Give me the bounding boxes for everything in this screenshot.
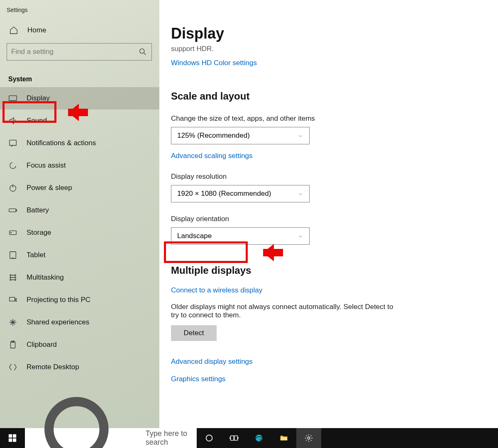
- sidebar-item-storage[interactable]: Storage: [0, 222, 159, 244]
- taskbar: Type here to search: [0, 428, 498, 448]
- sidebar-item-label: Notifications & actions: [27, 139, 96, 147]
- battery-icon: [8, 206, 17, 215]
- svg-rect-13: [13, 434, 16, 438]
- label-resolution: Display resolution: [171, 173, 481, 181]
- sidebar-item-label: Projecting to this PC: [27, 296, 90, 304]
- tablet-icon: [8, 251, 17, 260]
- svg-rect-9: [10, 297, 15, 301]
- svg-rect-2: [10, 140, 17, 146]
- taskbar-settings[interactable]: [296, 428, 321, 448]
- chevron-down-icon: [298, 133, 303, 139]
- taskbar-edge[interactable]: [247, 428, 271, 448]
- taskbar-file-explorer[interactable]: [271, 428, 296, 448]
- svg-rect-19: [234, 436, 237, 441]
- display-icon: [8, 94, 17, 103]
- taskbar-cortana[interactable]: [197, 428, 222, 448]
- cortana-icon: [205, 433, 214, 443]
- focus-assist-icon: [8, 161, 17, 170]
- sidebar-item-label: Focus assist: [27, 161, 66, 170]
- svg-rect-15: [13, 438, 16, 442]
- search-icon: [31, 383, 141, 448]
- sidebar-item-label: Multitasking: [27, 273, 64, 282]
- sidebar-item-label: Shared experiences: [27, 318, 89, 326]
- shared-icon: [8, 318, 17, 327]
- label-orientation: Display orientation: [171, 215, 481, 223]
- search-input[interactable]: [11, 48, 136, 56]
- dropdown-scale[interactable]: 125% (Recommended): [171, 127, 310, 144]
- taskbar-search-placeholder: Type here to search: [146, 429, 191, 447]
- search-icon: [138, 47, 147, 56]
- task-view-icon: [229, 433, 239, 443]
- sidebar-item-label: Clipboard: [27, 341, 57, 349]
- sidebar-home[interactable]: Home: [2, 22, 159, 39]
- gear-icon: [304, 433, 313, 443]
- settings-main: Display support HDR. Windows HD Color se…: [159, 0, 498, 428]
- svg-rect-4: [9, 209, 16, 212]
- detect-button[interactable]: Detect: [171, 325, 217, 341]
- svg-point-0: [140, 49, 144, 54]
- link-advanced-display-settings[interactable]: Advanced display settings: [171, 358, 481, 366]
- sidebar-item-label: Power & sleep: [27, 184, 72, 192]
- svg-rect-12: [9, 434, 12, 438]
- label-scale: Change the size of text, apps, and other…: [171, 114, 481, 123]
- annotation-arrow-display: [68, 104, 97, 121]
- sidebar-item-label: Display: [27, 94, 50, 102]
- taskbar-search[interactable]: Type here to search: [25, 428, 197, 448]
- sidebar-section-system: System: [0, 61, 159, 87]
- svg-rect-1: [9, 96, 17, 101]
- detect-description: Older displays might not always connect …: [171, 303, 395, 319]
- svg-rect-14: [9, 438, 12, 442]
- power-icon: [8, 183, 17, 192]
- sound-icon: [8, 116, 17, 125]
- sidebar-item-shared-experiences[interactable]: Shared experiences: [0, 311, 159, 334]
- windows-icon: [8, 433, 17, 443]
- sidebar-item-projecting[interactable]: Projecting to this PC: [0, 289, 159, 311]
- link-connect-wireless-display[interactable]: Connect to a wireless display: [171, 286, 262, 295]
- dropdown-orientation[interactable]: Landscape: [171, 227, 310, 245]
- sidebar-item-label: Storage: [27, 229, 51, 237]
- svg-point-17: [206, 435, 212, 441]
- dropdown-resolution-value: 1920 × 1080 (Recommended): [177, 190, 271, 198]
- sidebar-search-wrap: [0, 39, 159, 61]
- hdr-clipped-text: support HDR.: [171, 45, 481, 53]
- sidebar-item-label: Tablet: [27, 251, 45, 259]
- sidebar-item-clipboard[interactable]: Clipboard: [0, 334, 159, 356]
- link-hd-color-settings[interactable]: Windows HD Color settings: [171, 59, 257, 67]
- sidebar-item-label: Remote Desktop: [27, 363, 79, 371]
- sidebar-item-focus-assist[interactable]: Focus assist: [0, 154, 159, 177]
- link-graphics-settings[interactable]: Graphics settings: [171, 375, 481, 383]
- sidebar-item-multitasking[interactable]: Multitasking: [0, 266, 159, 289]
- svg-point-22: [308, 437, 310, 439]
- sidebar-search[interactable]: [7, 43, 152, 61]
- sidebar-item-power-sleep[interactable]: Power & sleep: [0, 177, 159, 199]
- sidebar-item-tablet[interactable]: Tablet: [0, 244, 159, 266]
- sidebar-item-remote-desktop[interactable]: Remote Desktop: [0, 356, 159, 378]
- sidebar-item-label: Sound: [27, 117, 47, 125]
- sidebar-item-label: Battery: [27, 206, 49, 214]
- dropdown-scale-value: 125% (Recommended): [177, 131, 250, 140]
- svg-rect-18: [231, 436, 234, 441]
- file-explorer-icon: [279, 433, 288, 443]
- heading-multiple-displays: Multiple displays: [171, 265, 481, 276]
- notifications-icon: [8, 139, 17, 148]
- settings-sidebar: Settings Home System Display: [0, 0, 159, 428]
- dropdown-resolution[interactable]: 1920 × 1080 (Recommended): [171, 185, 310, 202]
- projecting-icon: [8, 295, 17, 304]
- svg-rect-5: [16, 209, 17, 211]
- chevron-down-icon: [298, 233, 303, 239]
- clipboard-icon: [8, 340, 17, 349]
- storage-icon: [8, 228, 17, 237]
- annotation-arrow-multiple-displays: [263, 244, 292, 261]
- svg-point-16: [49, 402, 104, 448]
- taskbar-start-button[interactable]: [0, 428, 25, 448]
- svg-rect-21: [281, 437, 288, 440]
- chevron-down-icon: [298, 191, 303, 197]
- window-title: Settings: [0, 5, 159, 22]
- taskbar-task-view[interactable]: [222, 428, 247, 448]
- page-title: Display: [171, 25, 481, 42]
- link-advanced-scaling[interactable]: Advanced scaling settings: [171, 152, 253, 160]
- svg-point-7: [11, 232, 12, 233]
- sidebar-item-battery[interactable]: Battery: [0, 199, 159, 222]
- sidebar-item-notifications[interactable]: Notifications & actions: [0, 132, 159, 154]
- sidebar-home-label: Home: [27, 26, 46, 34]
